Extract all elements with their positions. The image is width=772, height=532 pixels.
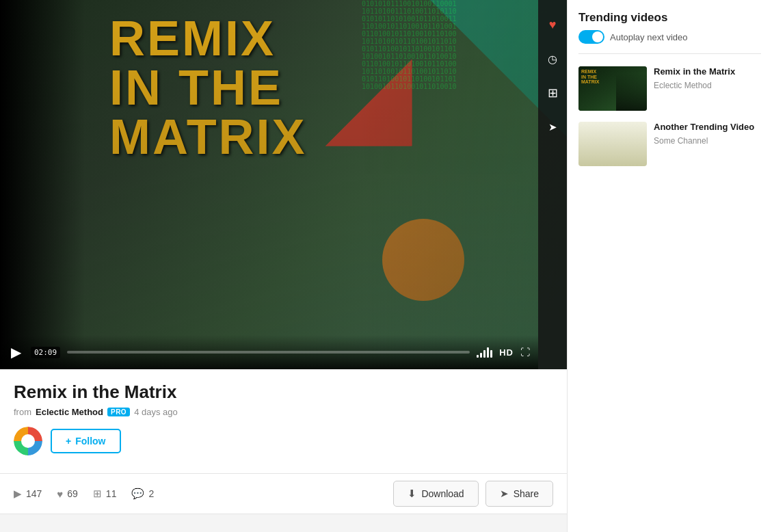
channel-name-meta[interactable]: Eclectic Method [36,407,103,417]
content-area: 01010101110010100110001 1011010011101001… [0,0,567,532]
from-label: from [14,407,31,417]
avatar-circle [21,434,35,448]
layers-icon: ⊞ [548,85,558,101]
watchlater-icon-btn[interactable]: ◷ [542,48,563,70]
trending-video-card-2[interactable]: Another Trending Video Some Channel [578,116,761,172]
fullscreen-button[interactable]: ⛶ [520,347,530,358]
trending-video-card-1[interactable]: REMIXIN THEMATRIX Remix in the Matrix Ec… [578,61,761,116]
progress-bar[interactable] [67,351,470,354]
plays-count: 147 [26,488,42,499]
video-bg: 01010101110010100110001 1011010011101001… [0,0,567,369]
channel-avatar[interactable] [14,427,42,455]
vol-bar-1 [477,355,479,358]
trending-video-info-1: Remix in the Matrix Eclectic Method [654,66,735,111]
trending-video-title-2: Another Trending Video [654,122,754,133]
video-thumbnail: 01010101110010100110001 1011010011101001… [0,0,567,369]
trending-divider [578,53,761,54]
play-stat-icon: ▶ [14,488,22,500]
collections-icon-btn[interactable]: ⊞ [542,82,563,104]
avatar-inner [14,427,42,455]
trending-thumb-1: REMIXIN THEMATRIX [578,66,647,111]
time-display: 02:09 [31,347,60,358]
collections-count: 11 [106,488,117,499]
video-player[interactable]: 01010101110010100110001 1011010011101001… [0,0,567,369]
vol-bar-3 [483,350,485,358]
vol-bar-5 [490,350,492,358]
hd-badge: HD [499,347,514,358]
matrix-overlay [0,0,567,369]
thumb-person-silhouette [616,73,647,111]
follow-button[interactable]: + Follow [51,429,121,453]
player-controls: ▶ 02:09 HD ⛶ [0,335,538,369]
sidebar: Trending videos Autoplay next video REMI… [567,0,772,532]
autoplay-label: Autoplay next video [610,32,687,42]
plays-stat: ▶ 147 [14,488,42,500]
vol-bar-4 [487,347,489,358]
heart-stat-icon: ♥ [57,488,63,500]
comment-stat-icon: 💬 [131,488,144,500]
volume-indicator [477,347,492,358]
follow-label: Follow [75,436,105,447]
share-icon-btn[interactable]: ➤ [542,116,563,138]
actions-group: ⬇ Download ➤ Share [393,481,553,507]
stats-actions-row: ▶ 147 ♥ 69 ⊞ 11 💬 2 ⬇ [0,474,567,514]
trending-header: Trending videos Autoplay next video [578,11,761,44]
channel-row: + Follow [14,427,553,465]
video-info: Remix in the Matrix from Eclectic Method… [0,369,567,474]
send-icon: ➤ [548,121,557,133]
likes-count: 69 [67,488,78,499]
download-label: Download [421,488,464,499]
play-button[interactable]: ▶ [8,341,24,363]
download-button[interactable]: ⬇ Download [393,481,478,507]
likes-stat[interactable]: ♥ 69 [57,488,77,500]
pro-badge: PRO [107,408,130,416]
toggle-knob [592,31,603,42]
time-ago: 4 days ago [134,407,178,417]
trending-thumb-2 [578,122,647,166]
trending-title: Trending videos [578,11,761,25]
follow-plus-icon: + [66,436,71,447]
autoplay-row: Autoplay next video [578,30,761,44]
comments-count: 2 [148,488,154,499]
video-title: Remix in the Matrix [14,382,553,403]
main-layout: 01010101110010100110001 1011010011101001… [0,0,772,532]
layers-stat-icon: ⊞ [93,488,102,500]
collections-stat[interactable]: ⊞ 11 [93,488,117,500]
thumb-matrix-mini: REMIXIN THEMATRIX [578,66,647,111]
trending-video-channel-1: Eclectic Method [654,81,735,90]
thumb2-inner [578,122,647,166]
autoplay-toggle[interactable] [578,30,604,44]
comments-stat[interactable]: 💬 2 [131,488,154,500]
share-btn-icon: ➤ [500,488,509,500]
heart-icon: ♥ [549,18,557,32]
vol-bar-2 [480,353,482,358]
trending-video-channel-2: Some Channel [654,136,754,146]
fullscreen-icon: ⛶ [520,347,530,358]
video-meta: from Eclectic Method PRO 4 days ago [14,407,553,417]
clock-icon: ◷ [548,53,557,66]
share-label: Share [514,488,539,499]
trending-video-title-1: Remix in the Matrix [654,66,735,78]
stats-group: ▶ 147 ♥ 69 ⊞ 11 💬 2 [14,488,154,500]
trending-video-info-2: Another Trending Video Some Channel [654,122,754,166]
play-icon: ▶ [11,344,21,360]
like-icon-btn[interactable]: ♥ [542,14,563,36]
download-icon: ⬇ [408,488,416,500]
video-sidebar-icons: ♥ ◷ ⊞ ➤ [538,0,567,369]
share-button[interactable]: ➤ Share [485,481,553,507]
thumb-title-text: REMIXIN THEMATRIX [581,69,599,85]
